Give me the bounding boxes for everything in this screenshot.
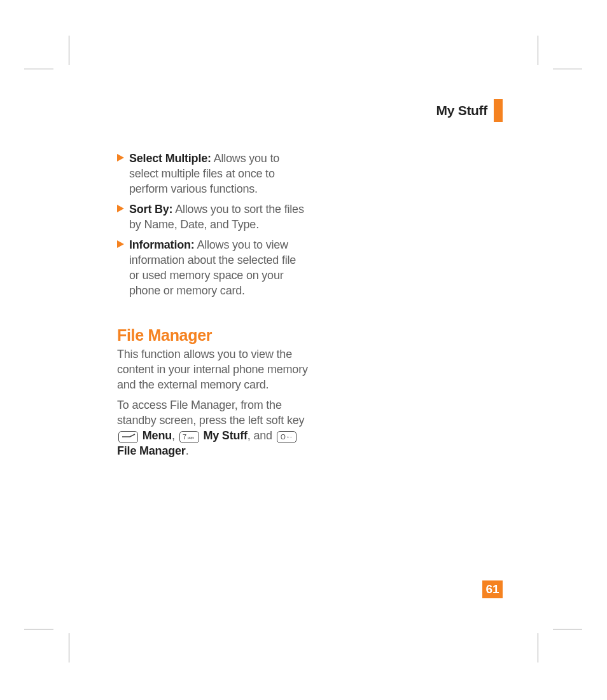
section-title: My Stuff [436,103,487,118]
paragraph: To access File Manager, from the standby… [117,397,308,458]
soft-key-icon [118,431,138,443]
menu-label: Menu [143,429,172,442]
crop-mark [24,629,53,629]
crop-mark [538,36,538,65]
bullet-text: Sort By: Allows you to sort the files by… [129,202,308,232]
svg-text:7: 7 [183,433,186,441]
filemanager-label: File Manager [117,444,186,457]
heading-file-manager: File Manager [117,327,308,343]
triangle-bullet-icon [117,154,124,161]
crop-mark [553,69,582,69]
list-item: Select Multiple: Allows you to select mu… [117,151,308,196]
text-run: , [172,429,178,442]
list-item: Sort By: Allows you to sort the files by… [117,202,308,232]
page-number: 61 [482,580,503,598]
triangle-bullet-icon [117,240,124,248]
svg-text:O: O [281,434,286,441]
mystuff-label: My Stuff [203,429,247,442]
key-0-icon: O+ – [277,431,297,443]
list-item: Information: Allows you to view informat… [117,237,308,298]
crop-mark [69,633,69,662]
triangle-bullet-icon [117,205,124,212]
crop-mark [69,36,69,65]
page-content: Select Multiple: Allows you to select mu… [117,151,308,463]
paragraph: This function allows you to view the con… [117,347,308,392]
bullet-label: Sort By: [129,203,172,216]
text-run: . [186,444,189,457]
svg-line-1 [130,434,135,437]
key-7-icon: 7pqrs [179,431,199,443]
crop-mark [24,69,53,69]
bullet-label: Information: [129,238,195,251]
bullet-label: Select Multiple: [129,152,211,165]
bullet-text: Information: Allows you to view informat… [129,237,308,298]
header-accent-icon [494,99,503,122]
svg-text:+ –: + – [287,435,293,439]
crop-mark [553,629,582,629]
page-header: My Stuff [436,99,503,122]
text-run: To access File Manager, from the standby… [117,399,304,427]
bullet-text: Select Multiple: Allows you to select mu… [129,151,308,196]
text-run: , and [248,429,276,442]
crop-mark [538,633,538,662]
svg-text:pqrs: pqrs [188,436,194,439]
